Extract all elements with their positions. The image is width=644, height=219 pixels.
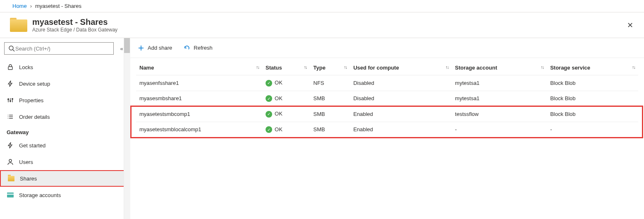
cell-used: Disabled bbox=[350, 75, 452, 91]
sidebar-item-device-setup[interactable]: Device setup bbox=[0, 75, 130, 92]
table-row[interactable]: myasetestsmbcomp1✓OKSMBEnabledtestssflow… bbox=[136, 106, 638, 122]
cell-service: Block Blob bbox=[547, 75, 638, 91]
breadcrumb: Home › myasetest - Shares bbox=[12, 3, 81, 9]
ok-icon: ✓ bbox=[266, 111, 272, 118]
sidebar-item-label: Users bbox=[19, 159, 33, 165]
table-row[interactable]: myasenfsshare1✓OKNFSDisabledmytestsa1Blo… bbox=[136, 75, 638, 91]
sidebar-scrollbar[interactable] bbox=[124, 38, 130, 219]
sidebar: « Locks Device setup Properties Order de… bbox=[0, 38, 130, 219]
search-icon bbox=[8, 45, 15, 52]
sort-icon[interactable]: ↑↓ bbox=[256, 65, 259, 70]
sort-icon[interactable]: ↑↓ bbox=[445, 65, 448, 70]
breadcrumb-current: myasetest - Shares bbox=[35, 3, 81, 9]
cell-storage: testssflow bbox=[452, 106, 547, 122]
col-used[interactable]: Used for compute↑↓ bbox=[350, 60, 452, 75]
sidebar-item-label: Shares bbox=[20, 176, 37, 182]
cell-name: myasesmbshare1 bbox=[136, 91, 262, 106]
col-service[interactable]: Storage service↑↓ bbox=[547, 60, 638, 75]
cell-used: Enabled bbox=[350, 122, 452, 137]
shares-table: Name↑↓ Status↑↓ Type↑↓ Used for compute↑… bbox=[136, 60, 638, 137]
sidebar-item-get-started[interactable]: Get started bbox=[0, 137, 130, 154]
cell-type: NFS bbox=[310, 75, 350, 91]
refresh-button[interactable]: Refresh bbox=[184, 45, 213, 51]
ok-icon: ✓ bbox=[266, 80, 272, 87]
bolt-icon bbox=[7, 80, 14, 87]
table-row[interactable]: myasesmbshare1✓OKSMBDisabledmytestsa1Blo… bbox=[136, 91, 638, 106]
bolt-icon bbox=[7, 142, 14, 149]
sidebar-item-label: Device setup bbox=[19, 81, 50, 87]
sidebar-item-shares[interactable]: Shares bbox=[0, 170, 130, 187]
sidebar-item-label: Get started bbox=[19, 142, 45, 149]
svg-point-15 bbox=[9, 159, 12, 162]
col-status[interactable]: Status↑↓ bbox=[262, 60, 310, 75]
cell-service: - bbox=[547, 122, 638, 137]
col-storage[interactable]: Storage account↑↓ bbox=[452, 60, 547, 75]
cell-used: Disabled bbox=[350, 91, 452, 106]
cell-status: ✓OK bbox=[262, 91, 310, 106]
sort-icon[interactable]: ↑↓ bbox=[304, 65, 307, 70]
cell-used: Enabled bbox=[350, 106, 452, 122]
sort-icon[interactable]: ↑↓ bbox=[632, 65, 635, 70]
sort-icon[interactable]: ↑↓ bbox=[344, 65, 347, 70]
sidebar-item-properties[interactable]: Properties bbox=[0, 92, 130, 108]
sidebar-item-locks[interactable]: Locks bbox=[0, 59, 130, 75]
storage-icon bbox=[7, 193, 14, 197]
main-panel: Add share Refresh Name↑↓ Status↑↓ Type↑↓… bbox=[130, 38, 644, 219]
svg-line-1 bbox=[13, 50, 14, 51]
search-input[interactable] bbox=[15, 46, 110, 52]
cell-type: SMB bbox=[310, 106, 350, 122]
col-type[interactable]: Type↑↓ bbox=[310, 60, 350, 75]
add-share-button[interactable]: Add share bbox=[138, 45, 172, 51]
cell-status: ✓OK bbox=[262, 75, 310, 91]
page-title: myasetest - Shares bbox=[32, 17, 117, 27]
refresh-label: Refresh bbox=[194, 45, 213, 51]
col-name[interactable]: Name↑↓ bbox=[136, 60, 262, 75]
sidebar-item-order-details[interactable]: Order details bbox=[0, 108, 130, 125]
table-row[interactable]: myasetestsmblocalcomp1✓OKSMBEnabled-- bbox=[136, 122, 638, 137]
ok-icon: ✓ bbox=[266, 95, 272, 102]
close-icon[interactable]: ✕ bbox=[625, 18, 636, 32]
cell-name: myasetestsmbcomp1 bbox=[136, 106, 262, 122]
cell-service: Block Blob bbox=[547, 106, 638, 122]
sidebar-item-label: Order details bbox=[19, 114, 50, 120]
cell-status: ✓OK bbox=[262, 106, 310, 122]
cell-name: myasenfsshare1 bbox=[136, 75, 262, 91]
cell-storage: mytestsa1 bbox=[452, 91, 547, 106]
cell-type: SMB bbox=[310, 91, 350, 106]
cell-storage: - bbox=[452, 122, 547, 137]
svg-rect-2 bbox=[8, 67, 12, 70]
sliders-icon bbox=[7, 97, 14, 103]
cell-status: ✓OK bbox=[262, 122, 310, 137]
breadcrumb-sep: › bbox=[30, 3, 32, 9]
cell-name: myasetestsmblocalcomp1 bbox=[136, 122, 262, 137]
table-header-row: Name↑↓ Status↑↓ Type↑↓ Used for compute↑… bbox=[136, 60, 638, 75]
ok-icon: ✓ bbox=[266, 126, 272, 133]
sidebar-item-label: Storage accounts bbox=[19, 192, 61, 198]
sidebar-section-gateway: Gateway bbox=[0, 125, 130, 137]
add-share-label: Add share bbox=[148, 45, 172, 51]
cell-service: Block Blob bbox=[547, 91, 638, 106]
folder-icon bbox=[7, 176, 15, 181]
sidebar-item-label: Properties bbox=[19, 97, 43, 103]
search-box[interactable] bbox=[4, 42, 114, 55]
svg-point-0 bbox=[9, 46, 13, 50]
folder-icon bbox=[10, 18, 26, 33]
sidebar-item-storage-accounts[interactable]: Storage accounts bbox=[0, 187, 130, 203]
sort-icon[interactable]: ↑↓ bbox=[541, 65, 543, 70]
lock-icon bbox=[7, 64, 14, 70]
sidebar-item-users[interactable]: Users bbox=[0, 154, 130, 170]
page-subtitle: Azure Stack Edge / Data Box Gateway bbox=[32, 27, 117, 33]
cell-storage: mytestsa1 bbox=[452, 75, 547, 91]
sidebar-item-label: Locks bbox=[19, 64, 33, 70]
cell-type: SMB bbox=[310, 122, 350, 137]
user-icon bbox=[7, 159, 14, 165]
breadcrumb-home[interactable]: Home bbox=[12, 3, 27, 9]
list-icon bbox=[7, 113, 14, 120]
